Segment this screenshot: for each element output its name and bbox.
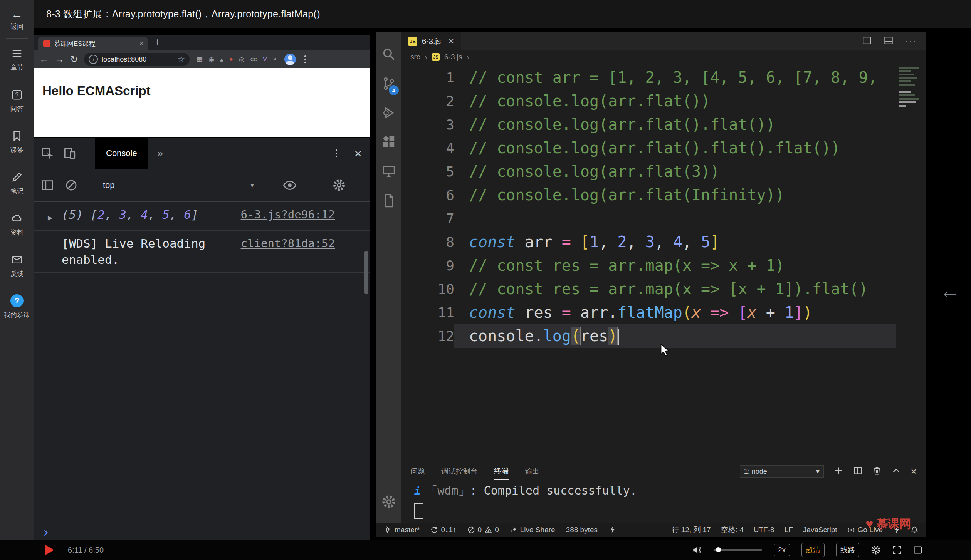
console-source-link[interactable]: 6-3.js?de96:12 bbox=[241, 206, 335, 223]
encoding-status[interactable]: UTF-8 bbox=[754, 526, 774, 534]
browser-reload-icon[interactable]: ↻ bbox=[70, 55, 78, 64]
indentation-status[interactable]: 空格: 4 bbox=[721, 525, 744, 535]
video-stage[interactable]: 慕课网ES课程 × + ← → ↻ i localhost:8080 ☆ ▦◉▴… bbox=[34, 28, 971, 540]
extension-icon[interactable]: ▦ bbox=[197, 55, 203, 64]
toggle-layout-icon[interactable] bbox=[884, 35, 894, 47]
live-share-status[interactable]: Live Share bbox=[510, 526, 555, 534]
extension-icon[interactable]: V bbox=[263, 55, 267, 63]
settings-gear-icon[interactable] bbox=[376, 487, 401, 516]
breadcrumb-root[interactable]: src bbox=[410, 53, 420, 61]
console-source-link[interactable]: client?81da:52 bbox=[241, 235, 335, 251]
search-icon[interactable] bbox=[376, 40, 401, 69]
maximize-panel-icon[interactable] bbox=[892, 466, 901, 477]
extension-icon[interactable]: ▴ bbox=[220, 55, 223, 64]
sidebar-item-cloud[interactable]: 资料 bbox=[4, 212, 30, 237]
play-button[interactable] bbox=[45, 545, 54, 555]
editor-tab[interactable]: JS 6-3.js × bbox=[401, 32, 461, 50]
code-editor[interactable]: 1// const arr = [1, 2, 3, [4, 5, 6, [7, … bbox=[401, 64, 926, 463]
new-terminal-icon[interactable] bbox=[834, 466, 843, 477]
git-branch-status[interactable]: master* bbox=[384, 526, 420, 534]
devtools-menu-icon[interactable] bbox=[336, 149, 337, 157]
sidebar-item-question[interactable]: ?问答 bbox=[4, 88, 30, 113]
zap-icon[interactable] bbox=[608, 526, 616, 534]
code-line[interactable]: 10// const res = arr.map(x => [x + 1]).f… bbox=[401, 277, 926, 301]
breadcrumb[interactable]: src › JS 6-3.js › ... bbox=[401, 50, 926, 64]
terminal-body[interactable]: i 「wdm」: Compiled successfully. bbox=[401, 480, 926, 523]
code-line[interactable]: 7 bbox=[401, 207, 926, 230]
player-settings-gear-icon[interactable] bbox=[871, 545, 881, 555]
language-status[interactable]: JavaScript bbox=[803, 526, 837, 534]
bookmark-star-icon[interactable]: ☆ bbox=[177, 54, 185, 64]
run-debug-icon[interactable] bbox=[376, 98, 401, 127]
browser-forward-icon[interactable]: → bbox=[55, 55, 64, 64]
split-terminal-icon[interactable] bbox=[853, 466, 862, 477]
code-line[interactable]: 6// console.log(arr.flat(Infinity)) bbox=[401, 183, 926, 207]
extension-icon[interactable]: × bbox=[273, 55, 277, 63]
code-line[interactable]: 11const res = arr.flatMap(x => [x + 1]) bbox=[401, 301, 926, 324]
line-button[interactable]: 线路 bbox=[836, 543, 859, 557]
context-selector[interactable]: top ▾ bbox=[100, 180, 257, 190]
console-sidebar-icon[interactable] bbox=[41, 179, 54, 192]
new-tab-icon[interactable]: + bbox=[154, 36, 160, 48]
breadcrumb-file[interactable]: 6-3.js bbox=[444, 53, 462, 61]
devtools-scrollbar[interactable] bbox=[364, 251, 368, 294]
eol-status[interactable]: LF bbox=[785, 526, 793, 534]
breadcrumb-tail[interactable]: ... bbox=[474, 53, 480, 61]
volume-slider[interactable] bbox=[714, 549, 762, 551]
tab-close-icon[interactable]: × bbox=[449, 36, 454, 47]
notebook-icon[interactable] bbox=[376, 186, 401, 215]
code-line[interactable]: 2// console.log(arr.flat()) bbox=[401, 89, 926, 113]
panel-tab[interactable]: 调试控制台 bbox=[441, 463, 478, 480]
remote-explorer-icon[interactable] bbox=[376, 157, 401, 186]
panel-tab[interactable]: 问题 bbox=[410, 463, 425, 480]
device-toolbar-icon[interactable] bbox=[63, 147, 76, 160]
source-control-icon[interactable]: 4 bbox=[376, 69, 401, 98]
browser-back-icon[interactable]: ← bbox=[39, 55, 49, 64]
problems-status[interactable]: 0 0 bbox=[467, 526, 499, 534]
close-panel-icon[interactable]: × bbox=[911, 466, 917, 476]
bell-icon[interactable] bbox=[911, 526, 918, 534]
more-actions-icon[interactable]: ··· bbox=[905, 36, 917, 47]
quality-button[interactable]: 超清 bbox=[801, 543, 825, 557]
site-info-icon[interactable]: i bbox=[89, 55, 98, 64]
extension-icon[interactable]: ● bbox=[229, 55, 233, 63]
code-line[interactable]: 3// console.log(arr.flat().flat()) bbox=[401, 113, 926, 136]
panel-tab[interactable]: 终端 bbox=[494, 463, 509, 480]
git-sync-status[interactable]: 0↓1↑ bbox=[430, 526, 456, 534]
address-bar[interactable]: i localhost:8080 ☆ bbox=[84, 53, 190, 66]
more-tabs-icon[interactable]: » bbox=[157, 147, 163, 159]
sidebar-item-avatar[interactable]: ?我的慕课 bbox=[4, 294, 30, 319]
code-line[interactable]: 9// const res = arr.map(x => x + 1) bbox=[401, 254, 926, 277]
chrome-menu-icon[interactable] bbox=[304, 55, 306, 63]
sidebar-item-bookmark[interactable]: 课签 bbox=[4, 129, 30, 154]
minimap[interactable] bbox=[899, 67, 921, 107]
code-line[interactable]: 8const arr = [1, 2, 3, 4, 5] bbox=[401, 230, 926, 254]
inspect-element-icon[interactable] bbox=[41, 147, 54, 160]
collapse-arrow-icon[interactable]: ← bbox=[939, 279, 960, 303]
volume-knob[interactable] bbox=[716, 547, 721, 552]
sidebar-item-mail[interactable]: 反馈 bbox=[4, 253, 30, 278]
code-line[interactable]: 1// const arr = [1, 2, 3, [4, 5, 6, [7, … bbox=[401, 66, 926, 89]
devtools-tab-console[interactable]: Console bbox=[95, 138, 148, 169]
extension-icon[interactable]: ◎ bbox=[239, 55, 245, 64]
kill-terminal-trash-icon[interactable] bbox=[872, 466, 882, 477]
expand-triangle-icon[interactable]: ▶ bbox=[48, 206, 62, 226]
file-size-status[interactable]: 388 bytes bbox=[566, 526, 598, 534]
cursor-position-status[interactable]: 行 12, 列 17 bbox=[672, 525, 711, 535]
extension-icon[interactable]: ◉ bbox=[208, 55, 214, 64]
web-fullscreen-icon[interactable] bbox=[913, 545, 922, 555]
tab-close-icon[interactable]: × bbox=[139, 39, 144, 48]
profile-avatar[interactable] bbox=[284, 54, 296, 65]
speed-button[interactable]: 2x bbox=[774, 544, 790, 556]
code-line[interactable]: 4// console.log(arr.flat().flat().flat()… bbox=[401, 136, 926, 160]
split-editor-icon[interactable] bbox=[862, 35, 872, 47]
code-line[interactable]: 5// console.log(arr.flat(3)) bbox=[401, 160, 926, 183]
sidebar-back-button[interactable]: ← 返回 bbox=[10, 0, 24, 31]
terminal-shell-select[interactable]: 1: node ▾ bbox=[740, 465, 824, 478]
sidebar-item-pencil[interactable]: 笔记 bbox=[4, 171, 30, 196]
devtools-close-icon[interactable]: × bbox=[354, 147, 362, 160]
sidebar-item-menu[interactable]: 章节 bbox=[4, 47, 30, 72]
extension-icon[interactable]: cc bbox=[250, 55, 257, 63]
console-settings-gear-icon[interactable] bbox=[333, 179, 346, 192]
extensions-icon[interactable] bbox=[376, 127, 401, 157]
